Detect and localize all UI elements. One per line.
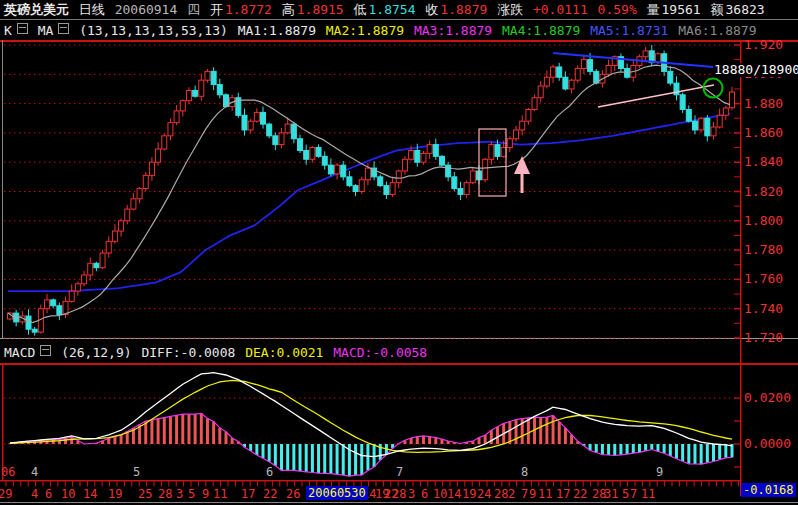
macd-collapse-checkbox[interactable] [40, 345, 51, 356]
date-label: 28 [158, 488, 172, 501]
date-label: 22 [263, 488, 277, 501]
month-label: 4 [31, 466, 38, 479]
month-label: 5 [133, 466, 140, 479]
bottom-window-edge [0, 502, 798, 503]
month-label: 7 [396, 466, 403, 479]
date-label: 14 [447, 488, 461, 501]
date-label: 10 [433, 488, 447, 501]
macd-indicator-bar: MACD (26,12,9) DIFF:-0.0008 DEA:0.0021 M… [4, 345, 429, 361]
date-label: 19 [108, 488, 122, 501]
price-target-annotation: 18880/18900 [714, 63, 798, 77]
date-label: 11 [213, 488, 227, 501]
date-label: 31 [604, 488, 618, 501]
date-label: 11 [538, 488, 552, 501]
date-label: 28 [392, 488, 406, 501]
dea-value: DEA:0.0021 [245, 345, 323, 360]
date-label: 26 [286, 488, 300, 501]
diff-value: DIFF:-0.0008 [141, 345, 235, 360]
date-label: 24 [477, 488, 491, 501]
svg-text:1.720: 1.720 [744, 330, 783, 345]
date-label: 5 [188, 488, 195, 501]
svg-text:1.920: 1.920 [744, 37, 783, 52]
date-label: 2 [508, 488, 515, 501]
date-label: 19 [462, 488, 476, 501]
svg-text:1.860: 1.860 [744, 125, 783, 140]
date-label: 29 [0, 488, 12, 501]
svg-text:1.820: 1.820 [744, 184, 783, 199]
date-label: 17 [241, 488, 255, 501]
svg-text:0.0200: 0.0200 [744, 390, 791, 405]
date-label: 7 [630, 488, 637, 501]
month-label: 8 [521, 466, 528, 479]
date-label: 28 [494, 488, 508, 501]
price-and-macd-chart[interactable]: 1.9201.9001.8801.8601.8401.8201.8001.780… [0, 0, 798, 505]
svg-text:1.840: 1.840 [744, 154, 783, 169]
date-label: 6 [421, 488, 428, 501]
up-arrow-annotation [514, 156, 530, 174]
ascending-trendline [598, 85, 714, 107]
svg-text:0.0000: 0.0000 [744, 436, 791, 451]
svg-text:1.740: 1.740 [744, 301, 783, 316]
date-label: 14 [83, 488, 97, 501]
svg-text:1.880: 1.880 [744, 96, 783, 111]
date-label: 7 [521, 488, 528, 501]
svg-text:1.780: 1.780 [744, 242, 783, 257]
svg-text:1.800: 1.800 [744, 213, 783, 228]
date-label: 9 [202, 488, 209, 501]
date-label: 4 [31, 488, 38, 501]
month-label: 9 [656, 466, 663, 479]
date-label: 25 [138, 488, 152, 501]
macd-params: (26,12,9) [61, 345, 131, 360]
year-label: 06 [1, 466, 15, 479]
macd-min-value-label: -0.0168 [741, 483, 796, 497]
macd-label: MACD [4, 345, 35, 360]
date-label: 17 [556, 488, 570, 501]
date-label: 22 [573, 488, 587, 501]
date-label: 3 [176, 488, 183, 501]
macd-value: MACD:-0.0058 [333, 345, 427, 360]
svg-text:1.760: 1.760 [744, 271, 783, 286]
date-label: 6 [45, 488, 52, 501]
date-label: 5 [622, 488, 629, 501]
date-label: 9 [529, 488, 536, 501]
date-label: 11 [641, 488, 655, 501]
date-label: 3 [408, 488, 415, 501]
date-label: 10 [61, 488, 75, 501]
highlighted-date-label: 20060530 [306, 486, 368, 500]
month-label: 6 [266, 466, 273, 479]
chart-application-window: 英磅兑美元 日线 20060914 四 开1.8772 高1.8915 低1.8… [0, 0, 798, 505]
